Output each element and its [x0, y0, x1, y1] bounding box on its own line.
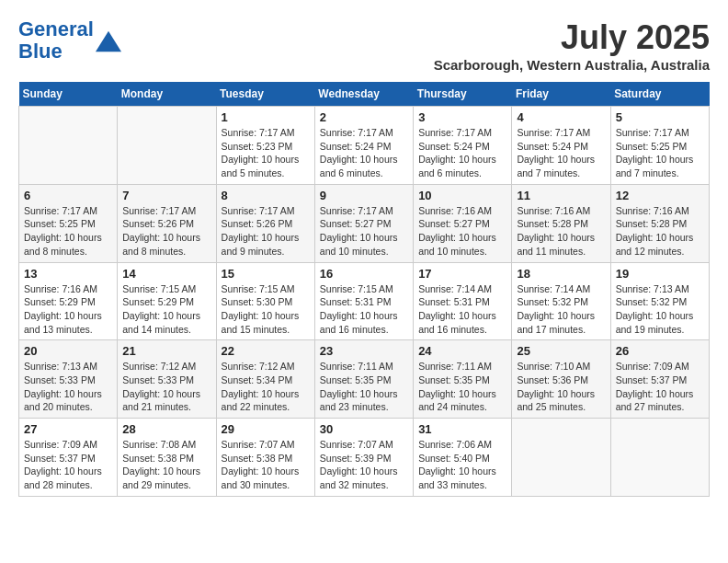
day-info: Sunrise: 7:15 AMSunset: 5:29 PMDaylight:… [122, 282, 210, 337]
day-info: Sunrise: 7:17 AMSunset: 5:26 PMDaylight:… [122, 204, 210, 259]
day-number: 5 [616, 110, 704, 124]
day-number: 13 [24, 267, 112, 281]
day-number: 12 [616, 189, 704, 202]
week-row-2: 6Sunrise: 7:17 AMSunset: 5:25 PMDaylight… [19, 184, 710, 262]
day-number: 22 [222, 344, 310, 358]
day-info: Sunrise: 7:06 AMSunset: 5:40 PMDaylight:… [418, 438, 506, 492]
day-info: Sunrise: 7:15 AMSunset: 5:30 PMDaylight:… [222, 282, 310, 337]
day-number: 8 [222, 189, 310, 202]
day-number: 20 [24, 344, 112, 358]
day-number: 27 [24, 422, 112, 436]
day-info: Sunrise: 7:11 AMSunset: 5:35 PMDaylight:… [320, 360, 408, 414]
day-info: Sunrise: 7:14 AMSunset: 5:31 PMDaylight:… [418, 282, 506, 337]
calendar-cell: 30Sunrise: 7:07 AMSunset: 5:39 PMDayligh… [314, 419, 413, 497]
calendar-cell: 13Sunrise: 7:16 AMSunset: 5:29 PMDayligh… [19, 262, 118, 340]
calendar-cell: 5Sunrise: 7:17 AMSunset: 5:25 PMDaylight… [610, 107, 709, 185]
day-info: Sunrise: 7:11 AMSunset: 5:35 PMDaylight:… [418, 360, 506, 414]
calendar-cell: 29Sunrise: 7:07 AMSunset: 5:38 PMDayligh… [216, 419, 314, 497]
day-number: 2 [320, 110, 408, 124]
week-row-3: 13Sunrise: 7:16 AMSunset: 5:29 PMDayligh… [19, 262, 710, 340]
calendar-cell: 11Sunrise: 7:16 AMSunset: 5:28 PMDayligh… [512, 184, 610, 262]
day-info: Sunrise: 7:16 AMSunset: 5:27 PMDaylight:… [418, 204, 506, 259]
day-info: Sunrise: 7:15 AMSunset: 5:31 PMDaylight:… [320, 282, 408, 337]
calendar-cell [118, 107, 216, 185]
day-number: 17 [418, 267, 506, 281]
day-number: 18 [517, 267, 605, 281]
day-info: Sunrise: 7:14 AMSunset: 5:32 PMDaylight:… [517, 282, 605, 337]
day-number: 15 [222, 267, 310, 281]
day-info: Sunrise: 7:09 AMSunset: 5:37 PMDaylight:… [616, 360, 704, 414]
calendar-cell: 6Sunrise: 7:17 AMSunset: 5:25 PMDaylight… [19, 184, 118, 262]
day-info: Sunrise: 7:17 AMSunset: 5:25 PMDaylight:… [616, 126, 704, 180]
page-header: General Blue July 2025 Scarborough, West… [18, 18, 710, 73]
day-number: 21 [122, 344, 210, 358]
calendar-cell: 1Sunrise: 7:17 AMSunset: 5:23 PMDaylight… [216, 107, 314, 185]
calendar-cell: 19Sunrise: 7:13 AMSunset: 5:32 PMDayligh… [610, 262, 709, 340]
day-info: Sunrise: 7:17 AMSunset: 5:26 PMDaylight:… [222, 204, 310, 259]
day-info: Sunrise: 7:12 AMSunset: 5:34 PMDaylight:… [222, 360, 310, 414]
day-number: 26 [616, 344, 704, 358]
day-info: Sunrise: 7:13 AMSunset: 5:33 PMDaylight:… [24, 360, 112, 414]
week-row-5: 27Sunrise: 7:09 AMSunset: 5:37 PMDayligh… [19, 419, 710, 497]
day-number: 6 [24, 189, 112, 202]
week-row-4: 20Sunrise: 7:13 AMSunset: 5:33 PMDayligh… [19, 340, 710, 419]
calendar-cell: 23Sunrise: 7:11 AMSunset: 5:35 PMDayligh… [314, 340, 413, 419]
calendar-cell: 7Sunrise: 7:17 AMSunset: 5:26 PMDaylight… [118, 184, 216, 262]
calendar-cell: 2Sunrise: 7:17 AMSunset: 5:24 PMDaylight… [314, 107, 413, 185]
day-info: Sunrise: 7:17 AMSunset: 5:25 PMDaylight:… [24, 204, 112, 259]
day-number: 4 [517, 110, 605, 124]
logo-general: General [18, 17, 94, 40]
svg-marker-0 [96, 31, 121, 52]
day-info: Sunrise: 7:17 AMSunset: 5:23 PMDaylight:… [222, 126, 310, 180]
day-info: Sunrise: 7:12 AMSunset: 5:33 PMDaylight:… [122, 360, 210, 414]
day-number: 10 [418, 189, 506, 202]
day-number: 11 [517, 189, 605, 202]
location-title: Scarborough, Western Australia, Australi… [434, 57, 710, 73]
day-number: 1 [222, 110, 310, 124]
calendar-cell: 21Sunrise: 7:12 AMSunset: 5:33 PMDayligh… [118, 340, 216, 419]
day-number: 28 [122, 422, 210, 436]
calendar-cell: 24Sunrise: 7:11 AMSunset: 5:35 PMDayligh… [414, 340, 512, 419]
calendar-cell: 15Sunrise: 7:15 AMSunset: 5:30 PMDayligh… [216, 262, 314, 340]
calendar-cell: 25Sunrise: 7:10 AMSunset: 5:36 PMDayligh… [512, 340, 610, 419]
month-title: July 2025 [434, 18, 710, 57]
title-block: July 2025 Scarborough, Western Australia… [434, 18, 710, 73]
week-row-1: 1Sunrise: 7:17 AMSunset: 5:23 PMDaylight… [19, 107, 710, 185]
calendar-cell: 3Sunrise: 7:17 AMSunset: 5:24 PMDaylight… [414, 107, 512, 185]
day-info: Sunrise: 7:13 AMSunset: 5:32 PMDaylight:… [616, 282, 704, 337]
calendar-cell [512, 419, 610, 497]
day-number: 7 [122, 189, 210, 202]
day-info: Sunrise: 7:10 AMSunset: 5:36 PMDaylight:… [517, 360, 605, 414]
calendar-cell: 27Sunrise: 7:09 AMSunset: 5:37 PMDayligh… [19, 419, 118, 497]
calendar-cell: 12Sunrise: 7:16 AMSunset: 5:28 PMDayligh… [610, 184, 709, 262]
weekday-header-thursday: Thursday [414, 82, 512, 107]
weekday-header-friday: Friday [512, 82, 610, 107]
calendar-cell [19, 107, 118, 185]
calendar-cell: 26Sunrise: 7:09 AMSunset: 5:37 PMDayligh… [610, 340, 709, 419]
day-number: 24 [418, 344, 506, 358]
calendar-cell: 18Sunrise: 7:14 AMSunset: 5:32 PMDayligh… [512, 262, 610, 340]
day-number: 16 [320, 267, 408, 281]
calendar-cell: 17Sunrise: 7:14 AMSunset: 5:31 PMDayligh… [414, 262, 512, 340]
day-number: 3 [418, 110, 506, 124]
day-number: 31 [418, 422, 506, 436]
day-number: 14 [122, 267, 210, 281]
day-number: 19 [616, 267, 704, 281]
calendar-cell: 10Sunrise: 7:16 AMSunset: 5:27 PMDayligh… [414, 184, 512, 262]
calendar-cell: 31Sunrise: 7:06 AMSunset: 5:40 PMDayligh… [414, 419, 512, 497]
logo-icon [96, 28, 121, 53]
weekday-header-row: SundayMondayTuesdayWednesdayThursdayFrid… [19, 82, 710, 107]
weekday-header-sunday: Sunday [19, 82, 118, 107]
weekday-header-saturday: Saturday [610, 82, 709, 107]
calendar-cell: 28Sunrise: 7:08 AMSunset: 5:38 PMDayligh… [118, 419, 216, 497]
day-info: Sunrise: 7:16 AMSunset: 5:29 PMDaylight:… [24, 282, 112, 337]
day-info: Sunrise: 7:09 AMSunset: 5:37 PMDaylight:… [24, 438, 112, 492]
calendar-cell: 16Sunrise: 7:15 AMSunset: 5:31 PMDayligh… [314, 262, 413, 340]
calendar-cell: 9Sunrise: 7:17 AMSunset: 5:27 PMDaylight… [314, 184, 413, 262]
day-info: Sunrise: 7:17 AMSunset: 5:24 PMDaylight:… [320, 126, 408, 180]
calendar-cell: 14Sunrise: 7:15 AMSunset: 5:29 PMDayligh… [118, 262, 216, 340]
day-info: Sunrise: 7:17 AMSunset: 5:24 PMDaylight:… [517, 126, 605, 180]
day-number: 9 [320, 189, 408, 202]
weekday-header-wednesday: Wednesday [314, 82, 413, 107]
day-number: 29 [222, 422, 310, 436]
